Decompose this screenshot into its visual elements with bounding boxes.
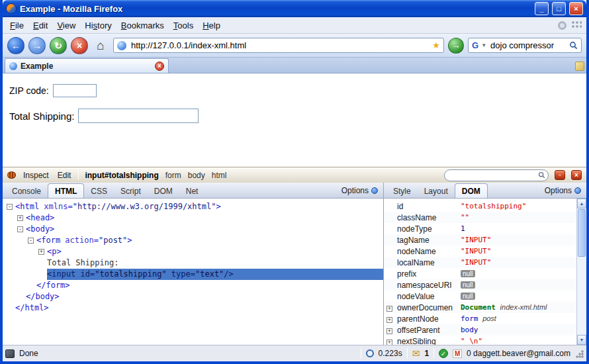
- scroll-thumb[interactable]: [578, 209, 586, 257]
- tab-close-icon[interactable]: ×: [155, 62, 164, 71]
- breadcrumb-item[interactable]: body: [188, 171, 205, 180]
- expand-toggle-icon[interactable]: +: [386, 328, 392, 334]
- menu-accelerator: F: [10, 21, 15, 30]
- statusbar-app-icon[interactable]: [5, 349, 15, 358]
- tree-line[interactable]: -<form action="post">: [3, 235, 383, 246]
- breadcrumb-item[interactable]: form: [165, 171, 181, 180]
- tab-example[interactable]: Example ×: [5, 58, 169, 73]
- totalshipping-input[interactable]: [78, 109, 199, 123]
- tree-line[interactable]: </body>: [3, 291, 383, 302]
- breadcrumb-item[interactable]: input#totalshipping: [85, 171, 158, 180]
- edit-button[interactable]: Edit: [56, 170, 73, 181]
- bookmark-star-icon[interactable]: ★: [432, 40, 440, 50]
- value-extra-text: post: [482, 314, 496, 322]
- code-token: =: [191, 269, 195, 279]
- tree-line-selected[interactable]: <input id="totalshipping" type="text"/>: [3, 269, 383, 280]
- dom-property-row[interactable]: +nextSibling" \n": [384, 336, 576, 345]
- code-token: id: [81, 269, 90, 279]
- fb-tab-dom[interactable]: DOM: [148, 184, 179, 198]
- tabbar-corner-icon[interactable]: [575, 62, 584, 71]
- dom-property-row[interactable]: localName"INPUT": [384, 257, 576, 268]
- tree-line[interactable]: +<p>: [3, 246, 383, 257]
- inspect-button[interactable]: Inspect: [22, 170, 50, 181]
- fb-tab-net[interactable]: Net: [179, 184, 205, 198]
- tree-line[interactable]: </html>: [3, 302, 383, 314]
- dom-property-row[interactable]: +offsetParentbody: [384, 324, 576, 336]
- scroll-track[interactable]: [577, 257, 586, 335]
- close-button[interactable]: ×: [569, 2, 583, 15]
- stop-button[interactable]: ×: [71, 37, 88, 54]
- fb-tab-css[interactable]: CSS: [84, 184, 114, 198]
- firebug-search-input[interactable]: [447, 171, 536, 180]
- web-search-input[interactable]: [489, 40, 566, 51]
- expand-toggle-icon[interactable]: +: [386, 317, 392, 323]
- menu-history[interactable]: History: [80, 19, 116, 32]
- drag-grid-icon: [571, 21, 582, 30]
- scroll-up-icon[interactable]: ▲: [577, 199, 586, 208]
- collapse-toggle-icon[interactable]: -: [17, 226, 23, 232]
- menu-view[interactable]: View: [52, 19, 80, 32]
- expand-toggle-icon[interactable]: +: [17, 215, 23, 221]
- tree-line[interactable]: +<head>: [3, 212, 383, 224]
- expand-toggle-icon[interactable]: +: [386, 306, 392, 312]
- dom-property-row[interactable]: nodeType1: [384, 223, 576, 234]
- left-options-button[interactable]: Options: [341, 186, 381, 198]
- dom-property-row[interactable]: +parentNodeform post: [384, 313, 576, 324]
- forward-button[interactable]: →: [28, 37, 46, 54]
- google-logo-icon[interactable]: G: [472, 40, 478, 50]
- dom-property-row[interactable]: id"totalshipping": [384, 201, 576, 212]
- go-button[interactable]: →: [448, 38, 464, 54]
- back-button[interactable]: ←: [7, 37, 24, 54]
- reload-button[interactable]: ↻: [50, 37, 67, 54]
- tree-line[interactable]: </form>: [3, 280, 383, 291]
- minimize-button[interactable]: _: [535, 2, 549, 15]
- dom-property-row[interactable]: namespaceURInull: [384, 279, 576, 291]
- dom-property-row[interactable]: className"": [384, 212, 576, 223]
- search-engine-dropdown-icon[interactable]: ▼: [481, 42, 486, 48]
- options-label: Options: [545, 186, 572, 195]
- gmail-notifier-icon[interactable]: M: [453, 349, 462, 358]
- dom-property-row[interactable]: nodeName"INPUT": [384, 246, 576, 257]
- firebug-icon[interactable]: [7, 171, 16, 179]
- dom-property-row[interactable]: nodeValuenull: [384, 291, 576, 302]
- breadcrumb-item[interactable]: html: [212, 171, 227, 180]
- menu-file[interactable]: File: [5, 19, 28, 32]
- dom-expander-cell: +: [386, 303, 397, 312]
- scroll-down-icon[interactable]: ▼: [577, 335, 586, 345]
- zip-input[interactable]: [53, 84, 97, 97]
- tree-line[interactable]: Total Shipping:: [3, 257, 383, 269]
- fb-tab-layout[interactable]: Layout: [418, 184, 455, 198]
- site-globe-icon: [117, 41, 126, 50]
- expand-toggle-icon[interactable]: +: [38, 249, 44, 255]
- collapse-toggle-icon[interactable]: -: [28, 238, 34, 244]
- dom-scrollbar[interactable]: ▲ ▼: [576, 199, 586, 345]
- menu-tools[interactable]: Tools: [169, 19, 198, 32]
- right-options-button[interactable]: Options: [545, 186, 584, 198]
- menu-edit[interactable]: Edit: [28, 19, 52, 32]
- fb-tab-html[interactable]: HTML: [48, 183, 84, 198]
- options-label: Options: [341, 186, 369, 195]
- maximize-button[interactable]: □: [552, 2, 566, 15]
- home-button[interactable]: ⌂: [92, 37, 109, 54]
- magnifier-icon[interactable]: [569, 41, 578, 50]
- fb-tab-script[interactable]: Script: [114, 184, 148, 198]
- dom-property-row[interactable]: +ownerDocumentDocument index-xml.html: [384, 302, 576, 313]
- collapse-toggle-icon[interactable]: -: [7, 204, 13, 210]
- value-text: "": [461, 213, 469, 222]
- dom-property-row[interactable]: tagName"INPUT": [384, 234, 576, 246]
- url-input[interactable]: [130, 40, 429, 51]
- fb-tab-style[interactable]: Style: [386, 184, 418, 198]
- firebug-detach-button[interactable]: ▫: [555, 170, 565, 180]
- tree-line[interactable]: -<html xmlns="http://www.w3.org/1999/xht…: [3, 201, 383, 212]
- menu-bookmarks[interactable]: Bookmarks: [116, 19, 169, 32]
- mail-envelope-icon[interactable]: ✉: [412, 349, 420, 358]
- fb-tab-console[interactable]: Console: [5, 184, 48, 198]
- fb-tab-dom[interactable]: DOM: [455, 183, 488, 198]
- resize-grip[interactable]: [575, 349, 584, 358]
- menu-help[interactable]: Help: [198, 19, 225, 32]
- expand-toggle-icon[interactable]: +: [386, 340, 392, 345]
- dom-property-row[interactable]: prefixnull: [384, 268, 576, 279]
- status-check-icon[interactable]: ✓: [439, 349, 448, 358]
- firebug-close-button[interactable]: ×: [571, 170, 582, 180]
- tree-line[interactable]: -<body>: [3, 224, 383, 235]
